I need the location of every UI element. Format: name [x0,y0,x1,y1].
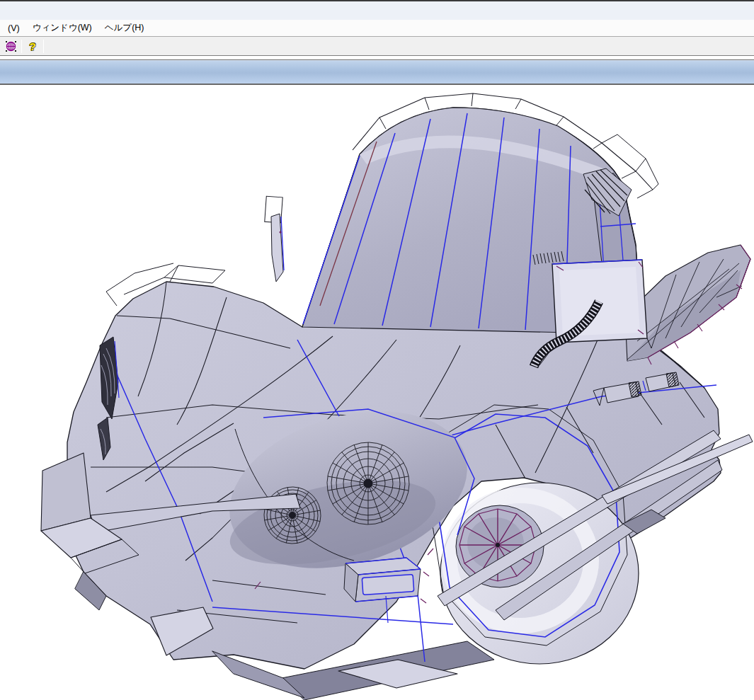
antenna-blade [265,196,284,282]
car-model-wireframe[interactable] [0,85,754,700]
toolbar-separator [21,40,22,53]
window-titlebar-strip [0,0,754,20]
3d-viewport[interactable] [0,85,754,700]
wireframe-sphere-icon [5,40,17,52]
menu-item-view-clipped[interactable]: (V) [1,21,26,35]
toolbar: ? [0,37,754,56]
model-display-button[interactable] [2,38,19,54]
menu-item-help[interactable]: ヘルプ(H) [98,20,151,36]
help-question-icon: ? [29,40,35,52]
menu-bar: (V) ウィンドウ(W) ヘルプ(H) [0,20,754,37]
mdi-child-titlebar[interactable] [0,59,754,85]
application-window: (V) ウィンドウ(W) ヘルプ(H) ? [0,0,754,700]
help-button[interactable]: ? [24,38,41,54]
toolbar-group-end-separator [43,40,44,53]
menu-item-window[interactable]: ウィンドウ(W) [26,20,98,36]
